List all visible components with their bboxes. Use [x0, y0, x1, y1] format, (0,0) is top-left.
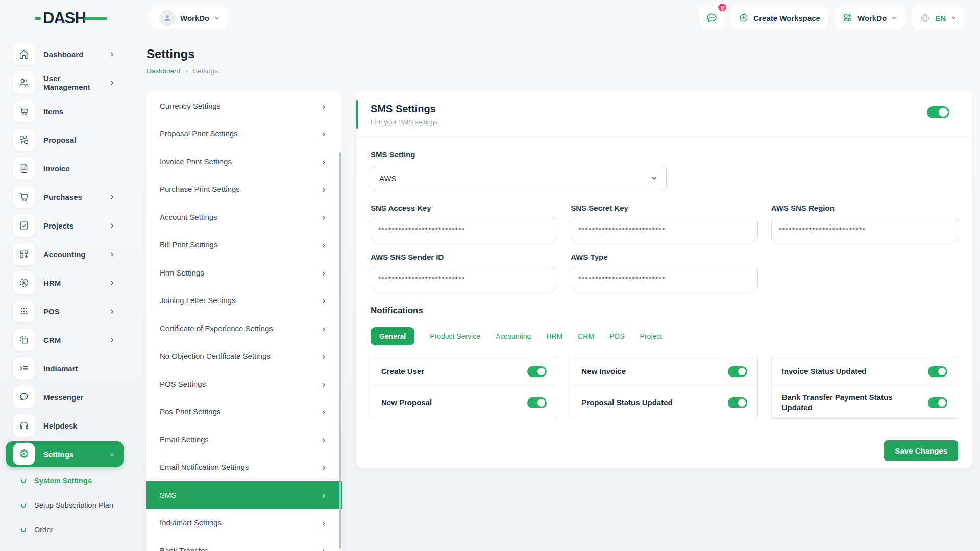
home-icon — [13, 43, 35, 65]
chevron-right-icon: › — [322, 462, 325, 472]
topbar-actions: 0 Create Workspace WorkDo EN — [699, 6, 965, 30]
sidebar-item-projects[interactable]: Projects — [0, 211, 138, 240]
sidebar-item-indiamart[interactable]: Indiamart — [0, 354, 138, 383]
create-workspace-label: Create Workspace — [753, 14, 820, 22]
sidebar-subitem-setup-subscription-plan[interactable]: Setup Subscription Plan — [0, 493, 138, 517]
field-label: AWS SNS Sender ID — [371, 253, 557, 261]
dots-grid-icon — [13, 300, 35, 322]
settings-nav-item[interactable]: Proposal Print Settings› — [146, 120, 342, 148]
tab-accounting[interactable]: Accounting — [496, 332, 531, 340]
invoice-status-updated-toggle[interactable] — [928, 366, 947, 377]
chevron-right-icon: › — [322, 268, 325, 278]
sns-access-key-input[interactable] — [371, 218, 557, 241]
scrollbar[interactable] — [339, 152, 341, 549]
workdo-menu-label: WorkDo — [857, 14, 887, 22]
sidebar-item-messenger[interactable]: Messenger — [0, 383, 138, 411]
aws-sns-sender-id-input[interactable] — [371, 267, 557, 290]
settings-nav-item[interactable]: Hrm Settings› — [146, 259, 342, 287]
settings-nav-item-sms-active[interactable]: SMS› — [146, 481, 342, 509]
bullet-icon — [20, 478, 27, 484]
document-icon — [13, 157, 35, 180]
chevron-right-icon: › — [322, 295, 325, 305]
tab-product-service[interactable]: Product Service — [430, 332, 480, 340]
chat-bubble-icon — [705, 12, 718, 24]
chevron-right-icon: › — [322, 435, 325, 444]
field-label: AWS SNS Region — [771, 204, 958, 212]
grid-plus-icon — [843, 13, 853, 23]
workdo-menu-button[interactable]: WorkDo — [835, 6, 905, 30]
sidebar-item-crm[interactable]: CRM — [0, 325, 138, 354]
messages-button[interactable]: 0 — [699, 6, 724, 30]
users-icon — [13, 71, 35, 94]
toggle-row-create-user: Create User — [371, 356, 557, 387]
new-invoice-toggle[interactable] — [728, 366, 747, 377]
settings-nav-item[interactable]: Indiamart Settings› — [146, 509, 342, 537]
panel-body: SMS Setting AWS SNS Access Key SNS Secre… — [356, 137, 972, 474]
sidebar-item-proposal[interactable]: Proposal — [0, 126, 138, 154]
tab-pos[interactable]: POS — [609, 332, 625, 340]
sidebar-item-invoice[interactable]: Invoice — [0, 154, 138, 183]
sms-provider-select[interactable]: AWS — [371, 166, 667, 190]
new-proposal-toggle[interactable] — [527, 397, 547, 408]
tab-general[interactable]: General — [371, 327, 414, 345]
aws-type-input[interactable] — [571, 267, 757, 290]
brand-logo[interactable]: DASH — [35, 9, 107, 28]
language-selector[interactable]: EN — [912, 6, 965, 30]
proposal-status-updated-toggle[interactable] — [728, 397, 747, 408]
language-code: EN — [935, 14, 946, 22]
tab-crm[interactable]: CRM — [578, 332, 594, 340]
sms-setting-label: SMS Setting — [371, 150, 958, 159]
bullet-icon — [20, 527, 27, 533]
breadcrumb-current: Settings — [193, 67, 218, 75]
tab-project[interactable]: Project — [640, 332, 663, 340]
settings-nav-item[interactable]: POS Settings› — [146, 370, 342, 398]
sidebar-item-user-management[interactable]: User Management — [0, 68, 138, 97]
settings-nav-item[interactable]: Bank Transfer› — [146, 537, 342, 551]
toggle-row-invoice-status-updated: Invoice Status Updated — [771, 356, 958, 387]
settings-nav-item[interactable]: Email Notification Settings› — [146, 454, 342, 482]
settings-nav-item[interactable]: Account Settings› — [146, 203, 342, 231]
sidebar-item-purchases[interactable]: Purchases — [0, 183, 138, 211]
chevron-right-icon: › — [322, 212, 325, 222]
panel-subtitle: Edit your SMS settings — [371, 118, 958, 126]
settings-nav-item[interactable]: Email Settings› — [146, 425, 342, 454]
sidebar-item-helpdesk[interactable]: Helpdesk — [0, 411, 138, 440]
check-square-icon — [13, 214, 35, 237]
sidebar-item-pos[interactable]: POS — [0, 297, 138, 325]
bullet-icon — [20, 502, 27, 508]
sidebar-item-settings[interactable]: ⚙ Settings — [6, 441, 124, 467]
selected-provider: AWS — [379, 174, 397, 183]
create-workspace-button[interactable]: Create Workspace — [730, 6, 828, 30]
breadcrumb: Dashboard › Settings — [146, 67, 972, 76]
settings-nav-item[interactable]: Certificate of Experience Settings› — [146, 314, 342, 342]
sidebar-item-items[interactable]: Items — [0, 97, 138, 126]
sidebar-item-dashboard[interactable]: Dashboard — [0, 40, 138, 68]
tab-hrm[interactable]: HRM — [546, 332, 562, 340]
sidebar-subitem-system-settings[interactable]: System Settings — [0, 468, 138, 493]
settings-nav-item[interactable]: Currency Settings› — [146, 92, 342, 120]
settings-nav-item[interactable]: Pos Print Settings› — [146, 398, 342, 426]
settings-nav-item[interactable]: Bill Print Settings› — [146, 231, 342, 259]
settings-nav-item[interactable]: Invoice Print Settings› — [146, 147, 342, 176]
settings-nav-item[interactable]: Joining Letter Settings› — [146, 287, 342, 315]
logo-dash-icon — [84, 17, 107, 20]
settings-nav-item[interactable]: Purchase Print Settings› — [146, 176, 342, 204]
field-label: SNS Access Key — [371, 204, 557, 212]
sns-secret-key-input[interactable] — [571, 218, 757, 241]
save-changes-button[interactable]: Save Changes — [884, 440, 958, 461]
chevron-right-icon — [109, 51, 115, 58]
workspace-selector[interactable]: WorkDo — [151, 6, 228, 30]
aws-sns-region-input[interactable] — [771, 218, 958, 241]
sms-settings-enable-toggle[interactable] — [927, 106, 949, 118]
sidebar-item-hrm[interactable]: HRM — [0, 268, 138, 297]
sidebar-subitem-order[interactable]: Order — [0, 517, 138, 542]
create-user-toggle[interactable] — [527, 366, 547, 377]
settings-nav-item[interactable]: No Objection Certificate Settings› — [146, 342, 342, 370]
chevron-right-icon: › — [322, 518, 325, 528]
person-icon — [162, 13, 173, 23]
bank-transfer-payment-status-toggle[interactable] — [928, 397, 947, 408]
sidebar-item-accounting[interactable]: Accounting — [0, 240, 138, 268]
breadcrumb-dashboard-link[interactable]: Dashboard — [146, 67, 180, 75]
logo-dash-icon — [35, 17, 41, 20]
chevron-right-icon — [109, 251, 115, 258]
